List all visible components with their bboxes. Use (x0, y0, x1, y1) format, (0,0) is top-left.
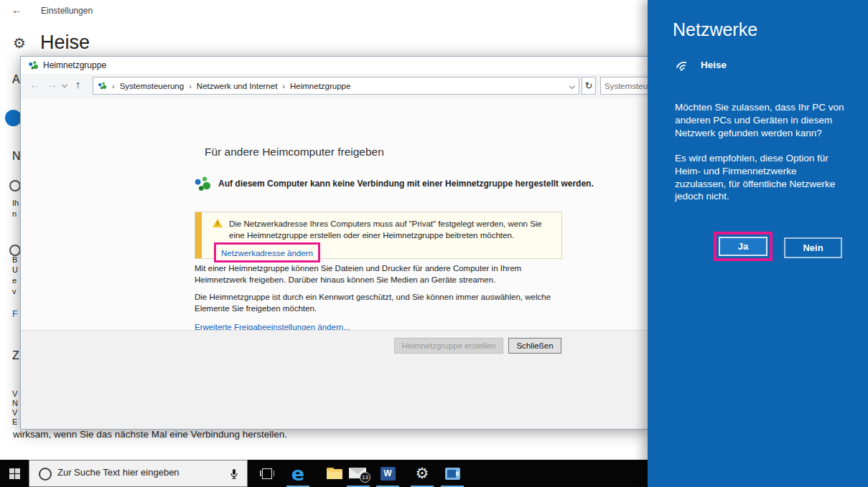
settings-fragment: V (12, 389, 17, 398)
windows-logo-icon (9, 468, 20, 479)
window-titlebar[interactable]: Heimnetzgruppe (21, 57, 648, 74)
radio-icon (9, 245, 21, 256)
taskbar-search-input[interactable] (56, 466, 224, 478)
settings-fragment: F (12, 309, 17, 319)
desktop: ← Einstellungen ⚙ Heise ANIhnBUevFZVNVE … (0, 0, 868, 487)
taskbar-edge[interactable]: e (284, 460, 312, 487)
breadcrumb-item[interactable]: Systemsteuerung (120, 82, 185, 90)
wifi-icon (674, 57, 691, 72)
taskbar-network-app[interactable] (438, 460, 467, 487)
explorer-search[interactable] (600, 77, 648, 95)
network-flyout: Netzwerke Heise Möchten Sie zulassen, da… (648, 0, 868, 487)
settings-fragment: N (12, 399, 18, 407)
settings-fragment: E (12, 417, 17, 426)
folder-icon (327, 468, 342, 479)
chevron-down-icon[interactable] (569, 82, 575, 88)
settings-fragment: U (12, 265, 18, 274)
forward-icon[interactable]: → (47, 78, 57, 90)
explorer-search-input[interactable] (601, 77, 648, 94)
warning-text: Die Netzwerkadresse Ihres Computers muss… (229, 218, 558, 241)
homegroup-icon (98, 81, 107, 90)
breadcrumb-separator: › (282, 82, 285, 90)
settings-clipped-content: ANIhnBUevFZVNVE (0, 0, 21, 460)
microphone-icon[interactable] (230, 468, 238, 483)
status-row: Auf diesem Computer kann keine Verbindun… (194, 175, 594, 192)
change-network-address-link[interactable]: Netzwerkadresse ändern (221, 249, 313, 257)
settings-fragment: B (12, 255, 17, 264)
task-view-icon (260, 468, 274, 479)
create-homegroup-button[interactable]: Heimnetzgruppe erstellen (394, 338, 503, 354)
settings-page-title: Heise (40, 32, 90, 54)
back-icon[interactable]: ← (29, 78, 40, 90)
taskbar: e 13 W ⚙ (0, 460, 648, 487)
settings-app-title: Einstellungen (41, 6, 93, 16)
close-button[interactable]: Schließen (508, 338, 561, 354)
taskbar-word[interactable]: W (373, 460, 402, 487)
up-icon[interactable]: ↑ (75, 78, 81, 90)
window-title: Heimnetzgruppe (43, 60, 106, 70)
mail-badge: 13 (360, 472, 370, 483)
mail-icon: 13 (349, 466, 368, 481)
settings-fragment: V (12, 408, 17, 417)
yes-button[interactable]: Ja (719, 237, 767, 256)
network-app-icon (445, 468, 460, 480)
warning-box: ! Die Netzwerkadresse Ihres Computers mu… (195, 212, 562, 259)
address-bar[interactable]: ›Systemsteuerung›Netzwerk und Internet›H… (93, 77, 579, 95)
chevron-down-icon[interactable] (62, 82, 67, 88)
homegroup-window: Heimnetzgruppe ← → ↑ ›Systemsteuerung›Ne… (20, 56, 649, 430)
page-heading: Für andere Heimcomputer freigeben (205, 146, 384, 159)
warning-icon: ! (213, 218, 223, 227)
taskbar-settings[interactable]: ⚙ (408, 460, 437, 487)
radio-icon (9, 180, 21, 192)
homegroup-password-note: Die Heimnetzgruppe ist durch ein Kennwor… (195, 291, 574, 315)
settings-fragment: e (12, 276, 17, 285)
explorer-toolbar: ← → ↑ ›Systemsteuerung›Netzwerk und Inte… (21, 74, 648, 99)
task-view-button[interactable] (253, 460, 281, 487)
settings-fragment: A (12, 73, 20, 86)
settings-fragment: Z (12, 349, 19, 362)
settings-fragment: n (12, 209, 17, 218)
settings-fragment: Ih (12, 199, 19, 207)
refresh-button[interactable]: ↻ (582, 77, 596, 95)
breadcrumb: ›Systemsteuerung›Netzwerk und Internet›H… (107, 82, 570, 90)
network-item[interactable]: Heise (674, 57, 727, 72)
settings-gear-icon: ⚙ (416, 466, 429, 481)
flyout-recommendation: Es wird empfohlen, diese Option für Heim… (675, 152, 850, 203)
breadcrumb-item[interactable]: Heimnetzgruppe (290, 82, 350, 90)
settings-fragment: v (12, 287, 17, 295)
taskbar-search[interactable] (29, 460, 248, 487)
start-button[interactable] (0, 460, 29, 487)
toggle-icon (5, 110, 21, 126)
settings-footnote: wirksam, wenn Sie das nächste Mal eine V… (13, 429, 287, 440)
highlight-box: Netzwerkadresse ändern (214, 242, 320, 263)
edge-icon: e (291, 464, 304, 483)
highlight-box: Ja (714, 232, 773, 261)
warning-accent-bar (195, 212, 202, 258)
word-icon: W (381, 467, 396, 481)
cortana-icon (39, 468, 52, 481)
homegroup-description: Mit einer Heimnetzgruppe können Sie Date… (195, 263, 574, 286)
breadcrumb-separator: › (189, 82, 192, 90)
breadcrumb-item[interactable]: Netzwerk und Internet (197, 82, 278, 90)
dialog-footer: Heimnetzgruppe erstellen Schließen (21, 331, 648, 429)
breadcrumb-separator: › (112, 82, 115, 90)
homegroup-content: Für andere Heimcomputer freigeben Auf di… (21, 98, 648, 330)
settings-fragment: N (12, 150, 21, 163)
status-text: Auf diesem Computer kann keine Verbindun… (218, 179, 594, 189)
homegroup-icon (194, 175, 212, 192)
flyout-question: Möchten Sie zulassen, dass Ihr PC von an… (675, 101, 850, 139)
homegroup-icon (28, 60, 39, 70)
taskbar-mail[interactable]: 13 (344, 460, 373, 487)
network-name: Heise (701, 60, 727, 70)
no-button[interactable]: Nein (784, 237, 842, 258)
flyout-title: Netzwerke (673, 19, 757, 40)
